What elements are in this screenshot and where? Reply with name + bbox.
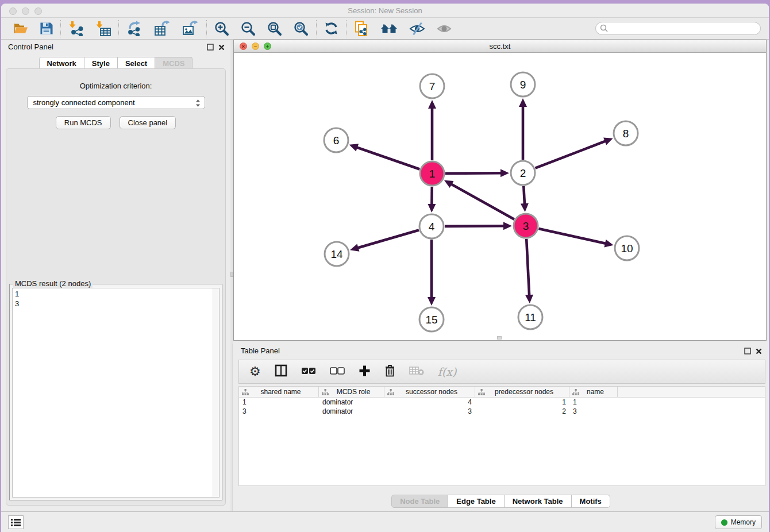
graph-edge-1-6[interactable]	[356, 147, 419, 169]
network-window-title: scc.txt	[234, 40, 766, 53]
table-cell[interactable]: 2	[475, 407, 569, 416]
refresh-layout-icon[interactable]	[324, 21, 338, 36]
zoom-selected-icon[interactable]	[294, 21, 309, 36]
table-cell[interactable]: 1	[569, 398, 618, 407]
column-header-name[interactable]: name	[569, 387, 618, 397]
graph-node-label-2: 2	[520, 167, 526, 179]
graph-edge-arrowhead	[521, 203, 529, 212]
import-table-icon[interactable]	[95, 21, 111, 36]
memory-button[interactable]: Memory	[715, 515, 762, 529]
export-image-icon[interactable]	[182, 21, 199, 36]
close-panel-button[interactable]: Close panel	[120, 116, 176, 129]
table-cell[interactable]: 3	[384, 407, 475, 416]
table-cell[interactable]: 1	[475, 398, 569, 407]
table-cell[interactable]: dominator	[319, 407, 384, 416]
graph-edge-2-8[interactable]	[535, 141, 606, 168]
table-tab-motifs[interactable]: Motifs	[572, 495, 610, 508]
column-header-MCDS-role[interactable]: MCDS role	[319, 387, 384, 397]
table-tab-network-table[interactable]: Network Table	[505, 495, 572, 508]
table-toolbar: ⚙ f(x)	[238, 360, 765, 384]
clone-network-icon[interactable]	[354, 21, 369, 37]
graph-node-label-10: 10	[621, 242, 633, 255]
delete-column-icon[interactable]	[384, 364, 395, 379]
table-row[interactable]: 3dominator323	[239, 407, 765, 416]
first-neighbors-icon[interactable]	[380, 22, 398, 36]
table-cell[interactable]: 1	[239, 398, 319, 407]
graph-edge-3-1[interactable]	[450, 184, 514, 219]
table-tab-node-table[interactable]: Node Table	[391, 495, 448, 508]
table-cell[interactable]: dominator	[319, 398, 384, 407]
graph-edge-arrowhead	[525, 295, 533, 303]
show-column-panel-icon[interactable]	[275, 364, 287, 379]
app-window: Session: New Session	[1, 3, 769, 532]
node-table[interactable]: shared nameMCDS rolesuccessor nodesprede…	[238, 386, 765, 486]
save-session-icon[interactable]	[40, 22, 53, 35]
open-file-icon[interactable]	[13, 22, 28, 35]
task-history-button[interactable]	[8, 515, 24, 529]
network-canvas[interactable]: 7968124314101511	[234, 53, 766, 340]
table-panel: Table Panel ⚙	[232, 344, 769, 511]
network-maximize-button[interactable]: +	[264, 43, 271, 50]
graph-edge-2-3[interactable]	[523, 186, 525, 205]
close-window-button[interactable]	[9, 7, 17, 15]
close-table-panel-icon[interactable]	[756, 346, 762, 357]
graph-edge-3-11[interactable]	[526, 239, 529, 296]
select-all-rows-icon[interactable]	[301, 367, 316, 377]
mcds-result-scrollbar[interactable]	[213, 288, 219, 497]
delete-table-icon[interactable]	[409, 366, 424, 378]
column-header-label: predecessor nodes	[485, 388, 569, 396]
column-header-successor-nodes[interactable]: successor nodes	[384, 387, 475, 397]
float-panel-icon[interactable]	[207, 43, 214, 53]
graph-edge-arrowhead	[428, 297, 436, 306]
float-table-panel-icon[interactable]	[744, 346, 751, 357]
column-hierarchy-icon	[478, 389, 485, 395]
export-network-icon[interactable]	[126, 21, 143, 36]
window-title: Session: New Session	[1, 4, 769, 18]
network-view-window: × − + scc.txt 7968124314101511	[233, 40, 767, 341]
zoom-fit-icon[interactable]	[267, 21, 282, 36]
table-cell[interactable]: 3	[239, 407, 319, 416]
table-settings-gear-icon[interactable]: ⚙	[249, 365, 261, 378]
mcds-result-text[interactable]: 1 3	[12, 288, 220, 498]
zoom-in-icon[interactable]	[214, 21, 229, 36]
column-hierarchy-icon	[242, 389, 249, 395]
zoom-window-button[interactable]	[34, 7, 42, 15]
column-header-label: shared name	[249, 388, 318, 396]
minimize-window-button[interactable]	[22, 7, 29, 15]
optimization-criterion-label: Optimization criterion:	[6, 82, 225, 90]
graph-edge-1-2[interactable]	[445, 173, 502, 174]
optimization-criterion-dropdown[interactable]: strongly connected component	[27, 96, 205, 109]
table-panel-title: Table Panel	[241, 346, 280, 355]
table-row[interactable]: 1dominator411	[239, 398, 765, 407]
search-icon	[600, 24, 609, 35]
function-builder-icon[interactable]: f(x)	[438, 365, 457, 378]
run-mcds-button[interactable]: Run MCDS	[56, 116, 111, 129]
main-area: Control Panel NetworkStyleSelectMCDS Opt…	[1, 40, 769, 511]
graph-node-label-8: 8	[623, 128, 629, 140]
list-icon	[11, 518, 21, 526]
network-graph[interactable]: 7968124314101511	[234, 53, 766, 340]
control-panel: Control Panel NetworkStyleSelectMCDS Opt…	[1, 40, 230, 511]
hide-selected-icon[interactable]	[409, 21, 425, 36]
network-resize-grip[interactable]	[497, 336, 502, 340]
zoom-out-icon[interactable]	[241, 21, 256, 36]
table-tab-edge-table[interactable]: Edge Table	[448, 495, 504, 508]
mcds-panel: Optimization criterion: strongly connect…	[6, 68, 226, 506]
import-network-icon[interactable]	[68, 21, 84, 36]
network-close-button[interactable]: ×	[240, 43, 247, 50]
add-column-icon[interactable]	[359, 365, 371, 379]
table-cell[interactable]: 4	[384, 398, 475, 407]
graph-edge-4-14[interactable]	[357, 230, 419, 248]
table-cell[interactable]: 3	[569, 407, 618, 416]
show-all-icon[interactable]	[437, 22, 452, 36]
deselect-all-rows-icon[interactable]	[330, 367, 345, 377]
graph-edge-4-3[interactable]	[445, 226, 505, 226]
graph-edge-3-10[interactable]	[538, 229, 606, 244]
column-header-shared-name[interactable]: shared name	[239, 387, 319, 397]
search-input[interactable]	[595, 22, 761, 35]
export-table-icon[interactable]	[154, 21, 171, 36]
network-minimize-button[interactable]: −	[252, 43, 259, 50]
column-header-predecessor-nodes[interactable]: predecessor nodes	[475, 387, 569, 397]
close-panel-icon[interactable]	[218, 43, 225, 53]
graph-node-label-14: 14	[330, 248, 343, 260]
